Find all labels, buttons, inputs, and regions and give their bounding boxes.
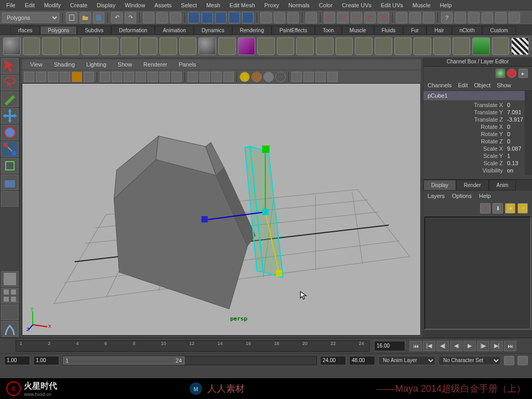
undo-icon[interactable]: ↶ <box>111 12 123 23</box>
layout5-icon[interactable] <box>509 12 520 23</box>
vp-resolution-gate-icon[interactable] <box>124 72 134 82</box>
poly-fill-icon[interactable] <box>433 37 451 55</box>
poly-bridge-icon[interactable] <box>394 37 412 55</box>
vp-menu-shading[interactable]: Shading <box>49 60 80 69</box>
shelf-tab-muscle[interactable]: Muscle <box>342 26 374 35</box>
channel-rotate-x[interactable]: Rotate X0 <box>423 123 532 130</box>
channel-scale-z[interactable]: Scale Z0.13 <box>423 159 532 167</box>
layer-hscroll[interactable] <box>423 330 532 338</box>
ipr-icon[interactable] <box>274 12 285 23</box>
single-view-icon[interactable] <box>1 271 19 287</box>
layer-tab-anim[interactable]: Anim <box>489 180 516 191</box>
vp-2d-pan-icon[interactable] <box>72 72 82 82</box>
layout4-icon[interactable] <box>495 12 507 23</box>
poly-helix-icon[interactable] <box>159 37 177 55</box>
step-forward-key-icon[interactable]: ▶| <box>490 341 503 351</box>
channels-object-menu[interactable]: Object <box>474 82 490 88</box>
vp-grid-icon[interactable] <box>100 72 110 82</box>
anim-start-inner[interactable] <box>33 356 59 365</box>
menu-select[interactable]: Select <box>177 1 201 9</box>
maya-logo-icon[interactable] <box>1 321 19 337</box>
current-time-field[interactable] <box>374 341 405 351</box>
poly-smooth-icon[interactable] <box>316 37 334 55</box>
shelf-tab-deformation[interactable]: Deformation <box>111 26 155 35</box>
play-forward-icon[interactable]: ▶ <box>463 341 476 351</box>
manip-tool[interactable] <box>1 158 19 174</box>
toggle1-icon[interactable] <box>396 12 407 23</box>
magnet3-icon[interactable]: ⊓ <box>351 12 362 23</box>
four-view-icon[interactable] <box>1 288 19 303</box>
menu-mesh[interactable]: Mesh <box>202 1 224 9</box>
magnet5-icon[interactable]: ⊓ <box>378 12 389 23</box>
layer-move-down-icon[interactable]: ⬇ <box>493 203 503 214</box>
character-set-dropdown[interactable]: No Character Set <box>438 356 501 365</box>
channel-translate-x[interactable]: Translate X0 <box>423 101 532 109</box>
redo-icon[interactable]: ↷ <box>125 12 136 23</box>
channel-scrollbar[interactable] <box>525 91 532 175</box>
poly-extrude-icon[interactable] <box>472 37 490 55</box>
vp-field-chart-icon[interactable] <box>148 72 158 82</box>
snap-live-icon[interactable] <box>242 12 254 23</box>
construction-history-icon[interactable] <box>305 12 317 23</box>
channels-menu[interactable]: Channels <box>428 82 451 88</box>
poly-platonic-icon[interactable] <box>198 37 216 55</box>
menu-window[interactable]: Window <box>121 1 149 9</box>
menu-editmesh[interactable]: Edit Mesh <box>225 1 259 9</box>
vp-shadows-icon[interactable] <box>240 72 250 82</box>
magnet-icon[interactable]: ⊓ <box>324 12 335 23</box>
vp-use-lights-icon[interactable] <box>223 72 234 82</box>
shelf-tab-rendering[interactable]: Rendering <box>232 26 272 35</box>
vp-menu-panels[interactable]: Panels <box>174 60 202 69</box>
step-back-icon[interactable]: ◀| <box>436 341 449 351</box>
toggle2-icon[interactable] <box>409 12 421 23</box>
step-forward-icon[interactable]: |▶ <box>477 341 489 351</box>
vp-camera-attr-icon[interactable] <box>36 72 46 82</box>
vp-wireframe-icon[interactable] <box>188 72 198 82</box>
anim-start-outer[interactable] <box>4 356 30 365</box>
select-component-icon[interactable] <box>170 12 181 23</box>
menu-proxy[interactable]: Proxy <box>260 1 283 9</box>
shelf-tab-surfaces[interactable]: rfaces <box>10 26 40 35</box>
poly-cylinder-icon[interactable] <box>42 37 60 55</box>
layer-new-empty-icon[interactable]: ✦ <box>505 203 515 214</box>
poly-bevel-icon[interactable] <box>375 37 392 55</box>
channel-visibility[interactable]: Visibilityon <box>423 167 532 174</box>
poly-extract-icon[interactable] <box>296 37 314 55</box>
poly-soccer-icon[interactable] <box>179 37 197 55</box>
poly-pyramid-icon[interactable] <box>121 37 138 55</box>
shelf-tab-fur[interactable]: Fur <box>403 26 427 35</box>
go-end-icon[interactable]: ⏭ <box>504 341 516 351</box>
vp-safe-action-icon[interactable] <box>159 72 170 82</box>
vp-bookmark-icon[interactable] <box>48 72 58 82</box>
vp-menu-view[interactable]: View <box>25 60 48 69</box>
poly-flag-icon[interactable] <box>511 37 529 55</box>
channel-translate-y[interactable]: Translate Y7.091 <box>423 109 532 116</box>
poly-mirror-icon[interactable] <box>355 37 373 55</box>
save-scene-icon[interactable] <box>93 12 104 23</box>
layer-list[interactable] <box>424 217 531 329</box>
shelf-tab-custom[interactable]: Custom <box>482 26 515 35</box>
select-hierarchy-icon[interactable] <box>143 12 154 23</box>
menu-modify[interactable]: Modify <box>40 1 65 9</box>
layer-move-up-icon[interactable]: ⬆ <box>480 203 490 214</box>
layer-tab-display[interactable]: Display <box>423 180 456 191</box>
menu-file[interactable]: File <box>2 1 20 9</box>
layout-icon[interactable] <box>455 12 466 23</box>
anim-end-outer[interactable] <box>349 356 375 365</box>
poly-cube-icon[interactable] <box>23 37 41 55</box>
select-object-icon[interactable] <box>156 12 168 23</box>
vp-image-plane-icon[interactable] <box>60 72 70 82</box>
anim-end-inner[interactable] <box>320 356 346 365</box>
vp-textured-icon[interactable] <box>211 72 222 82</box>
vp-menu-lighting[interactable]: Lighting <box>81 60 112 69</box>
magnet4-icon[interactable]: ⊓ <box>364 12 376 23</box>
vp-film-gate-icon[interactable] <box>112 72 122 82</box>
autokey-icon[interactable] <box>504 356 514 365</box>
anim-layer-dropdown[interactable]: No Anim Layer <box>378 356 435 365</box>
channel-scale-x[interactable]: Scale X9.087 <box>423 145 532 152</box>
select-tool[interactable] <box>1 58 19 74</box>
layers-menu[interactable]: Layers <box>428 193 445 199</box>
vp-safe-title-icon[interactable] <box>171 72 182 82</box>
layer-tab-render[interactable]: Render <box>456 180 489 191</box>
vp-ao-icon[interactable] <box>251 72 262 82</box>
